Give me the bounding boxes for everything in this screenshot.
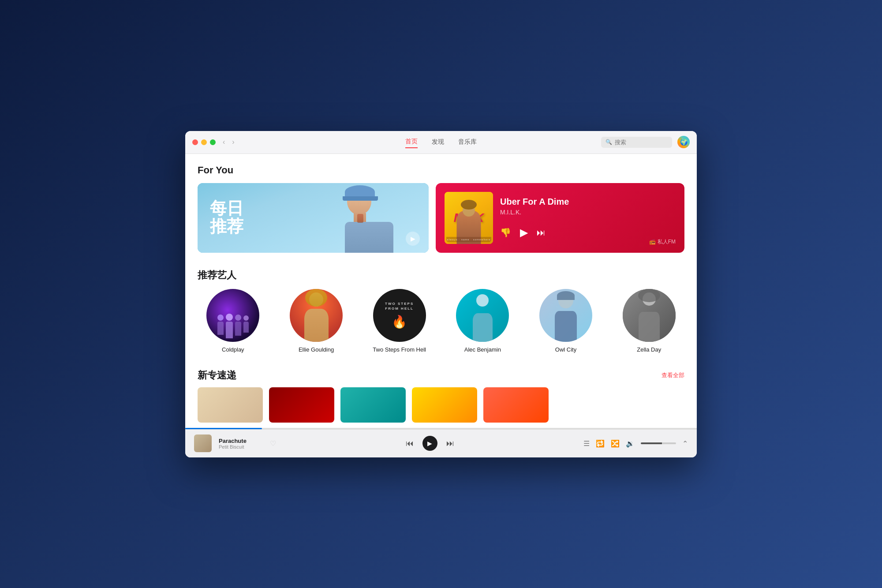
new-albums-header: 新专速递 查看全部 [198, 369, 684, 382]
minimize-button[interactable] [201, 139, 207, 145]
play-pause-button[interactable]: ▶ [422, 436, 437, 451]
search-bar[interactable]: 🔍 [601, 137, 672, 148]
artist-name-zella: Zella Day [637, 346, 661, 353]
album-thumb-4[interactable] [412, 387, 477, 423]
titlebar-right: 🔍 🌍 [601, 136, 690, 148]
nav-arrows: ‹ › [221, 136, 236, 148]
queue-button[interactable]: ☰ [583, 439, 590, 448]
player-controls: ⏮ ▶ ⏭ [283, 436, 576, 451]
artist-item-ellie[interactable]: Ellie Goulding [281, 289, 352, 353]
artist-avatar-owl [539, 289, 592, 342]
next-button[interactable]: ⏭ [446, 439, 454, 448]
album-thumb-3[interactable] [340, 387, 406, 423]
radio-song-title: Uber For A Dime [500, 197, 676, 207]
radio-play-button[interactable]: ▶ [520, 226, 528, 239]
main-content: For You [185, 154, 697, 428]
artist-avatar-coldplay [206, 289, 259, 342]
view-all-button[interactable]: 查看全部 [662, 371, 684, 379]
progress-bar-container[interactable] [185, 428, 697, 429]
artists-section-title: 推荐艺人 [198, 269, 684, 282]
progress-fill [185, 428, 262, 429]
album-thumb-5[interactable] [483, 387, 549, 423]
player-artist-name: Petit Biscuit [219, 444, 263, 449]
artist-name-twosteps: Two Steps From Hell [373, 346, 426, 353]
app-window: ‹ › 首页 发现 音乐库 🔍 🌍 For You [185, 131, 697, 457]
previous-button[interactable]: ⏮ [406, 439, 414, 448]
radio-artist: M.I.L.K. [500, 209, 676, 216]
player-album-thumb[interactable] [194, 434, 212, 452]
player-track-name: Parachute [219, 438, 263, 444]
artist-item-twosteps[interactable]: TWO STEPSFROM HELL 🔥 Two Steps From Hell [364, 289, 435, 353]
artist-name-owl: Owl City [555, 346, 576, 353]
maximize-button[interactable] [210, 139, 216, 145]
artist-avatar-twosteps: TWO STEPSFROM HELL 🔥 [373, 289, 426, 342]
player-info: Parachute Petit Biscuit [219, 438, 263, 449]
artist-name-alec: Alec Benjamin [464, 346, 501, 353]
daily-text: 每日 推荐 [210, 199, 243, 236]
nav-tabs: 首页 发现 音乐库 [405, 136, 477, 148]
repeat-button[interactable]: 🔁 [596, 439, 605, 448]
radio-album-art: MILK always · name · somewhere [445, 192, 493, 244]
back-button[interactable]: ‹ [221, 136, 227, 148]
daily-play-button[interactable]: ▶ [406, 232, 420, 246]
artist-item-alec[interactable]: Alec Benjamin [447, 289, 518, 353]
for-you-title: For You [198, 165, 684, 176]
artist-avatar-alec [456, 289, 509, 342]
albums-row [198, 387, 684, 423]
close-button[interactable] [192, 139, 198, 145]
artists-section: 推荐艺人 [198, 269, 684, 353]
artist-name-ellie: Ellie Goulding [299, 346, 334, 353]
tab-discover[interactable]: 发现 [432, 136, 444, 148]
album-thumb-2[interactable] [269, 387, 334, 423]
artist-avatar-zella [623, 289, 676, 342]
artist-avatar-ellie [290, 289, 343, 342]
artist-item-zella[interactable]: Zella Day [613, 289, 684, 353]
volume-button[interactable]: 🔉 [626, 439, 635, 448]
tab-library[interactable]: 音乐库 [458, 136, 477, 148]
daily-recommendation-card[interactable]: 每日 推荐 ▶ [198, 183, 429, 253]
new-albums-section: 新专速递 查看全部 [198, 369, 684, 423]
for-you-cards: 每日 推荐 ▶ MILK always · name · somewhe [198, 183, 684, 253]
tab-home[interactable]: 首页 [405, 136, 418, 148]
volume-slider[interactable] [641, 442, 676, 444]
player-bar: Parachute Petit Biscuit ♡ ⏮ ▶ ⏭ ☰ 🔁 🔀 🔉 … [185, 429, 697, 457]
radio-info: Uber For A Dime M.I.L.K. 👎 ▶ ⏭ [500, 197, 676, 239]
shuffle-button[interactable]: 🔀 [611, 439, 620, 448]
forward-button[interactable]: › [230, 136, 236, 148]
radio-dislike-button[interactable]: 👎 [500, 227, 511, 238]
radio-card[interactable]: MILK always · name · somewhere Uber For … [436, 183, 684, 253]
radio-controls: 👎 ▶ ⏭ [500, 226, 676, 239]
titlebar: ‹ › 首页 发现 音乐库 🔍 🌍 [185, 131, 697, 154]
search-icon: 🔍 [605, 139, 612, 145]
artist-name-coldplay: Coldplay [222, 346, 244, 353]
expand-button[interactable]: ⌃ [682, 439, 688, 448]
search-input[interactable] [615, 139, 668, 146]
traffic-lights [192, 139, 216, 145]
radio-skip-button[interactable]: ⏭ [537, 228, 546, 238]
heart-button[interactable]: ♡ [270, 439, 276, 448]
radio-fm-label: 📻 私人FM [649, 238, 676, 246]
artist-item-coldplay[interactable]: Coldplay [198, 289, 269, 353]
artists-grid: Coldplay Ellie Goulding [198, 289, 684, 353]
album-thumb-1[interactable] [198, 387, 263, 423]
avatar[interactable]: 🌍 [677, 136, 690, 148]
tsfh-logo: TWO STEPSFROM HELL 🔥 [385, 301, 414, 329]
new-albums-title: 新专速递 [198, 369, 236, 382]
player-right-controls: ☰ 🔁 🔀 🔉 ⌃ [583, 439, 688, 448]
artist-item-owl[interactable]: Owl City [531, 289, 602, 353]
